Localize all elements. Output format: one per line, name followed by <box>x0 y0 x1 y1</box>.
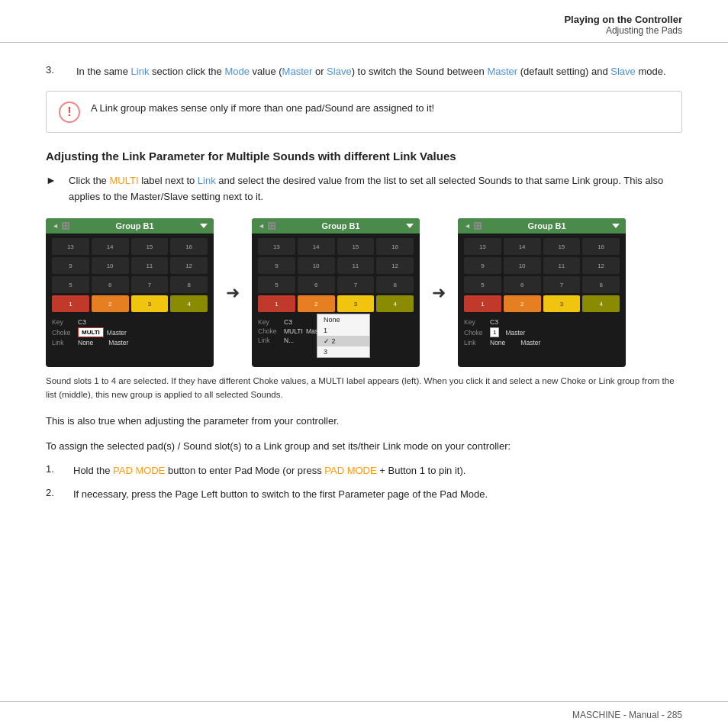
right-pad-7: 7 <box>543 276 581 293</box>
pad-10: 10 <box>92 257 129 274</box>
ctrl-left-choke-val: MULTI <box>78 327 104 337</box>
num-step-1-text: Hold the PAD MODE button to enter Pad Mo… <box>73 463 465 479</box>
ctrl-mid-key-val: C3 <box>284 318 292 326</box>
ctrl-left-link-label: Link <box>52 339 75 346</box>
right-pad-10: 10 <box>504 257 541 274</box>
pad-5: 5 <box>52 276 89 293</box>
ctrl-left-title: Group B1 <box>115 221 153 230</box>
ctrl-left-icons: ◄ <box>52 222 69 230</box>
ctrl-right-choke-row: Choke 1 Master <box>464 327 620 337</box>
warning-text: A Link group makes sense only if more th… <box>91 101 434 116</box>
right-pad-6: 6 <box>504 276 541 293</box>
slave-word-1: Slave <box>327 66 352 77</box>
pad-15: 15 <box>131 238 169 255</box>
mid-pad-3: 3 <box>337 295 375 312</box>
ctrl-mid-choke-label: Choke <box>258 327 281 335</box>
multi-word: MULTI <box>109 175 138 186</box>
bullet-arrow-icon: ► <box>46 173 61 205</box>
ctrl-left-choke-right: Master <box>107 329 127 337</box>
header-subtitle: Adjusting the Pads <box>46 25 682 36</box>
mid-pad-10: 10 <box>298 257 335 274</box>
step-3-number: 3. <box>46 64 67 80</box>
right-pad-1: 1 <box>464 295 501 312</box>
mid-pad-16: 16 <box>376 238 414 255</box>
warning-icon: ! <box>59 101 80 123</box>
page-container: Playing on the Controller Adjusting the … <box>0 0 728 728</box>
right-pad-3: 3 <box>543 295 581 312</box>
mid-pad-15: 15 <box>337 238 375 255</box>
pad-9: 9 <box>52 257 89 274</box>
ctrl-left-dropdown-icon <box>200 224 208 228</box>
pad-2: 2 <box>92 295 129 312</box>
pad-7: 7 <box>131 276 169 293</box>
right-pad-2: 2 <box>504 295 541 312</box>
right-pad-5: 5 <box>464 276 501 293</box>
slave-word-2: Slave <box>610 66 636 77</box>
bullet-row: ► Click the MULTI label next to Link and… <box>46 173 682 205</box>
mid-pad-2: 2 <box>298 295 335 312</box>
ctrl-right-link-val: None <box>490 339 505 346</box>
link-word-2: Link <box>198 175 216 186</box>
right-pad-12: 12 <box>582 257 620 274</box>
mid-pad-11: 11 <box>337 257 375 274</box>
num-step-2-number: 2. <box>46 487 64 503</box>
ctrl-right-key-val: C3 <box>490 318 498 326</box>
right-pad-16: 16 <box>582 238 620 255</box>
ctrl-mid-pads: 13 14 15 16 9 10 11 12 5 6 7 8 1 2 <box>252 234 420 318</box>
ctrl-right-key-label: Key <box>464 318 487 326</box>
right-pad-9: 9 <box>464 257 501 274</box>
ctrl-mid-link-val: N... <box>284 337 294 344</box>
bullet-text: Click the MULTI label next to Link and s… <box>69 173 682 205</box>
ctrl-left-key-label: Key <box>52 318 75 326</box>
ctrl-left-link-row: Link None Master <box>52 339 208 346</box>
ctrl-left-choke-row: Choke MULTI Master <box>52 327 208 337</box>
ctrl-left-pads: 13 14 15 16 9 10 11 12 5 6 7 8 1 2 <box>46 234 214 318</box>
num-step-2-row: 2. If necessary, press the Page Left but… <box>46 487 682 503</box>
right-pad-11: 11 <box>543 257 581 274</box>
pad-4: 4 <box>170 295 208 312</box>
ctrl-right-key-row: Key C3 <box>464 318 620 326</box>
right-pad-8: 8 <box>582 276 620 293</box>
step-3-row: 3. In the same Link section click the Mo… <box>46 64 682 80</box>
pad-13: 13 <box>52 238 89 255</box>
mid-pad-8: 8 <box>376 276 414 293</box>
footer-text: MASCHINE - Manual - 285 <box>572 710 682 720</box>
dropdown-none[interactable]: None <box>317 314 369 325</box>
right-pad-14: 14 <box>504 238 541 255</box>
mid-pad-12: 12 <box>376 257 414 274</box>
right-pad-13: 13 <box>464 238 501 255</box>
ctrl-mid-grid: 13 14 15 16 9 10 11 12 5 6 7 8 1 2 <box>258 238 414 312</box>
ctrl-right-grid: 13 14 15 16 9 10 11 12 5 6 7 8 1 2 <box>464 238 620 312</box>
mid-pad-1: 1 <box>258 295 295 312</box>
right-pad-4: 4 <box>582 295 620 312</box>
speaker-icon-left: ◄ <box>52 222 59 230</box>
ctrl-mid-icons: ◄ <box>258 222 275 230</box>
dropdown-1[interactable]: 1 <box>317 325 369 336</box>
link-word: Link <box>131 66 150 77</box>
ctrl-right-choke-right: Master <box>505 329 525 337</box>
ctrl-right-title: Group B1 <box>527 221 565 230</box>
page-header: Playing on the Controller Adjusting the … <box>0 0 728 43</box>
ctrl-left-header: ◄ Group B1 <box>46 218 214 234</box>
ctrl-right-link-right: Master <box>520 339 540 346</box>
ctrl-left-link-right: Master <box>108 339 128 346</box>
para-2: To assign the selected pad(s) / Sound sl… <box>46 439 682 455</box>
ctrl-right-link-label: Link <box>464 339 487 346</box>
ctrl-right-choke-val: 1 <box>490 327 499 337</box>
arrow-2: ➜ <box>420 283 458 303</box>
ctrl-right-link-row: Link None Master <box>464 339 620 346</box>
screenshot-caption: Sound slots 1 to 4 are selected. If they… <box>46 375 682 401</box>
ctrl-right-header: ◄ Group B1 <box>458 218 626 234</box>
pad-12: 12 <box>170 257 208 274</box>
page-content: 3. In the same Link section click the Mo… <box>0 43 728 541</box>
mid-pad-7: 7 <box>337 276 375 293</box>
dropdown-2[interactable]: ✓ 2 <box>317 336 369 346</box>
ctrl-left-params: Key C3 Choke MULTI Master Link None Mast… <box>46 318 214 346</box>
ctrl-right-icons: ◄ <box>464 222 482 230</box>
step-3-text: In the same Link section click the Mode … <box>76 64 666 80</box>
dropdown-3[interactable]: 3 <box>317 346 369 357</box>
controller-right: ◄ Group B1 13 14 15 16 9 10 11 <box>458 218 626 367</box>
header-title: Playing on the Controller <box>46 14 682 25</box>
ctrl-mid-key-label: Key <box>258 318 281 326</box>
speaker-icon-mid: ◄ <box>258 222 265 230</box>
